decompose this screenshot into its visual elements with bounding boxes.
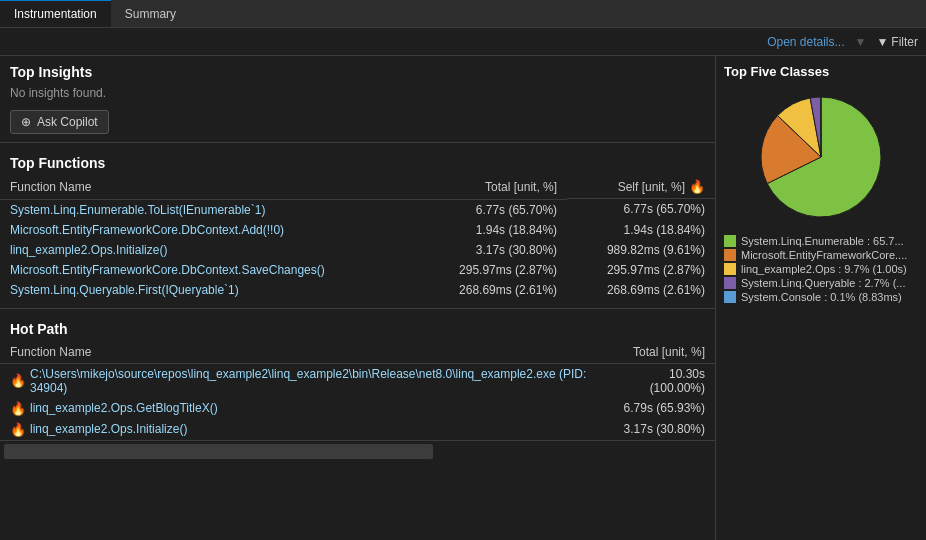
col-self: Self [unit, %] 🔥 [567, 175, 715, 199]
total-value: 6.77s (65.70%) [419, 199, 567, 220]
legend-label: System.Linq.Queryable : 2.7% (... [741, 277, 905, 289]
hp-total-value: 3.17s (30.80%) [613, 419, 715, 440]
col-hp-function-name: Function Name [0, 341, 613, 364]
legend-label: System.Console : 0.1% (8.83ms) [741, 291, 902, 303]
table-row[interactable]: Microsoft.EntityFrameworkCore.DbContext.… [0, 220, 715, 240]
divider-1 [0, 142, 715, 143]
top-insights-title: Top Insights [0, 56, 715, 84]
tab-summary[interactable]: Summary [111, 0, 190, 27]
table-row[interactable]: 🔥linq_example2.Ops.GetBlogTitleX() 6.79s… [0, 398, 715, 419]
total-value: 268.69ms (2.61%) [419, 280, 567, 300]
table-row[interactable]: System.Linq.Enumerable.ToList(IEnumerabl… [0, 199, 715, 220]
table-row[interactable]: 🔥C:\Users\mikejo\source\repos\linq_examp… [0, 363, 715, 398]
function-name[interactable]: linq_example2.Ops.Initialize() [0, 240, 419, 260]
legend-color-swatch [724, 291, 736, 303]
filter-button[interactable]: ▼ Filter [876, 35, 918, 49]
legend-item: Microsoft.EntityFrameworkCore.... [724, 249, 918, 261]
pie-chart [724, 87, 918, 227]
left-panel: Top Insights No insights found. ⊕ Ask Co… [0, 56, 716, 540]
self-value: 989.82ms (9.61%) [567, 240, 715, 260]
total-value: 295.97ms (2.87%) [419, 260, 567, 280]
ask-copilot-button[interactable]: ⊕ Ask Copilot [10, 110, 109, 134]
legend-label: Microsoft.EntityFrameworkCore.... [741, 249, 907, 261]
col-total: Total [unit, %] [419, 175, 567, 199]
main-layout: Top Insights No insights found. ⊕ Ask Co… [0, 56, 926, 540]
divider-2 [0, 308, 715, 309]
function-name[interactable]: Microsoft.EntityFrameworkCore.DbContext.… [0, 220, 419, 240]
top-functions-title: Top Functions [0, 147, 715, 175]
table-row[interactable]: System.Linq.Queryable.First(IQueryable`1… [0, 280, 715, 300]
self-value: 6.77s (65.70%) [567, 199, 715, 220]
top-functions-section: Top Functions Function Name Total [unit,… [0, 147, 715, 300]
legend-label: System.Linq.Enumerable : 65.7... [741, 235, 904, 247]
legend-color-swatch [724, 235, 736, 247]
table-row[interactable]: linq_example2.Ops.Initialize() 3.17s (30… [0, 240, 715, 260]
hp-function-name[interactable]: 🔥linq_example2.Ops.Initialize() [0, 419, 613, 440]
function-name[interactable]: System.Linq.Queryable.First(IQueryable`1… [0, 280, 419, 300]
hp-function-name[interactable]: 🔥linq_example2.Ops.GetBlogTitleX() [0, 398, 613, 419]
self-value: 295.97ms (2.87%) [567, 260, 715, 280]
tab-instrumentation[interactable]: Instrumentation [0, 0, 111, 27]
fire-row-icon: 🔥 [10, 401, 26, 416]
total-value: 1.94s (18.84%) [419, 220, 567, 240]
tab-bar: Instrumentation Summary [0, 0, 926, 28]
horizontal-scrollbar[interactable] [0, 440, 715, 456]
chart-title: Top Five Classes [724, 64, 918, 79]
top-insights-section: Top Insights No insights found. ⊕ Ask Co… [0, 56, 715, 134]
total-value: 3.17s (30.80%) [419, 240, 567, 260]
hot-path-title: Hot Path [0, 313, 715, 341]
fire-icon: 🔥 [689, 179, 705, 194]
filter-icon: ▼ [876, 35, 888, 49]
col-hp-total: Total [unit, %] [613, 341, 715, 364]
hp-total-value: 10.30s (100.00%) [613, 363, 715, 398]
legend-color-swatch [724, 263, 736, 275]
table-row[interactable]: Microsoft.EntityFrameworkCore.DbContext.… [0, 260, 715, 280]
hot-path-table: Function Name Total [unit, %] 🔥C:\Users\… [0, 341, 715, 440]
legend-item: System.Linq.Enumerable : 65.7... [724, 235, 918, 247]
hp-function-name[interactable]: 🔥C:\Users\mikejo\source\repos\linq_examp… [0, 364, 613, 398]
legend-label: linq_example2.Ops : 9.7% (1.00s) [741, 263, 907, 275]
table-row[interactable]: 🔥linq_example2.Ops.Initialize() 3.17s (3… [0, 419, 715, 440]
hot-path-process-icon: 🔥 [10, 373, 26, 388]
function-name[interactable]: System.Linq.Enumerable.ToList(IEnumerabl… [0, 199, 419, 220]
self-value: 1.94s (18.84%) [567, 220, 715, 240]
legend-color-swatch [724, 277, 736, 289]
right-panel: Top Five Classes System.Linq.Enumerable … [716, 56, 926, 540]
chart-legend: System.Linq.Enumerable : 65.7... Microso… [724, 235, 918, 305]
toolbar: Open details... ▼ ▼ Filter [0, 28, 926, 56]
col-function-name: Function Name [0, 175, 419, 199]
function-name[interactable]: Microsoft.EntityFrameworkCore.DbContext.… [0, 260, 419, 280]
legend-item: System.Console : 0.1% (8.83ms) [724, 291, 918, 303]
hp-total-value: 6.79s (65.93%) [613, 398, 715, 419]
top-insights-message: No insights found. [0, 84, 715, 106]
self-value: 268.69ms (2.61%) [567, 280, 715, 300]
open-details-link[interactable]: Open details... [767, 35, 844, 49]
fire-row-icon: 🔥 [10, 422, 26, 437]
legend-item: System.Linq.Queryable : 2.7% (... [724, 277, 918, 289]
legend-item: linq_example2.Ops : 9.7% (1.00s) [724, 263, 918, 275]
top-functions-table: Function Name Total [unit, %] Self [unit… [0, 175, 715, 300]
hot-path-section: Hot Path Function Name Total [unit, %] 🔥… [0, 313, 715, 440]
copilot-icon: ⊕ [21, 115, 31, 129]
legend-color-swatch [724, 249, 736, 261]
